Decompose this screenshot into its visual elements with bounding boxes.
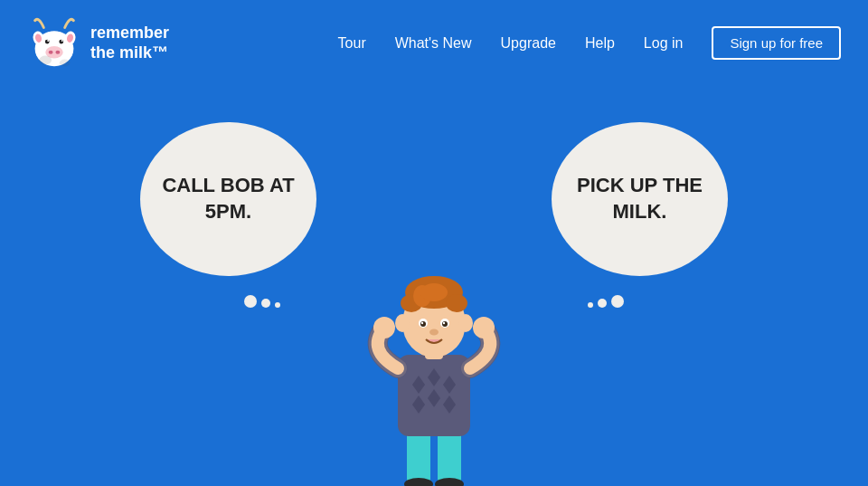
svg-point-37 xyxy=(420,321,426,327)
svg-point-45 xyxy=(473,317,495,338)
svg-point-44 xyxy=(373,317,395,338)
dot xyxy=(588,302,593,308)
dot xyxy=(244,295,257,308)
nav-login[interactable]: Log in xyxy=(644,35,684,52)
hero-section: CALL BOB AT 5PM. PICK UP THE MILK. xyxy=(0,86,868,486)
nav-help[interactable]: Help xyxy=(585,35,615,52)
svg-point-34 xyxy=(420,283,448,301)
thought-bubble-right: PICK UP THE MILK. xyxy=(552,122,728,276)
dot xyxy=(261,299,270,308)
svg-point-38 xyxy=(442,321,448,327)
signup-button[interactable]: Sign up for free xyxy=(712,26,841,60)
svg-point-15 xyxy=(39,55,52,64)
svg-point-11 xyxy=(61,40,63,42)
nav-whats-new[interactable]: What's New xyxy=(395,35,472,52)
dot xyxy=(611,295,624,308)
svg-point-41 xyxy=(429,329,439,336)
bubble-left-dots xyxy=(244,295,280,308)
svg-point-39 xyxy=(421,322,423,324)
dot xyxy=(275,302,280,308)
dot xyxy=(598,299,607,308)
main-nav: Tour What's New Upgrade Help Log in Sign… xyxy=(338,26,841,60)
svg-point-42 xyxy=(395,314,410,332)
character-illustration xyxy=(357,224,511,486)
svg-point-16 xyxy=(60,59,71,66)
cow-logo xyxy=(27,12,81,75)
bubble-left-text: CALL BOB AT 5PM. xyxy=(140,164,316,233)
header: remember the milk™ Tour What's New Upgra… xyxy=(0,0,868,86)
nav-upgrade[interactable]: Upgrade xyxy=(501,35,556,52)
svg-point-32 xyxy=(446,294,467,312)
nav-tour[interactable]: Tour xyxy=(338,35,366,52)
bubble-right-text: PICK UP THE MILK. xyxy=(552,164,728,233)
svg-point-8 xyxy=(45,39,50,43)
bubble-right-dots xyxy=(588,295,624,308)
svg-point-43 xyxy=(458,314,473,332)
svg-point-14 xyxy=(55,50,60,53)
logo-area: remember the milk™ xyxy=(27,12,169,75)
thought-bubble-left: CALL BOB AT 5PM. xyxy=(140,122,316,276)
logo-text: remember the milk™ xyxy=(90,24,169,62)
svg-point-13 xyxy=(49,50,53,53)
svg-point-10 xyxy=(47,40,49,42)
svg-point-40 xyxy=(443,322,445,324)
svg-point-9 xyxy=(59,39,63,43)
